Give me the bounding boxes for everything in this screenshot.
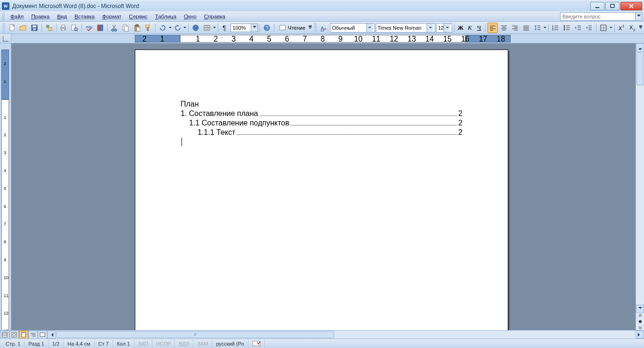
menu-window[interactable]: Окно [180,13,200,20]
format-painter-button[interactable] [143,23,153,33]
zoom-dropdown[interactable] [251,24,258,32]
save-button[interactable] [29,23,40,33]
copy-button[interactable] [121,23,131,33]
tab-selector[interactable] [0,34,11,43]
web-layout-button[interactable] [9,331,19,339]
toc-entry[interactable]: 1.1.1 Текст2 [181,128,462,137]
superscript-button[interactable]: X2 [617,23,627,33]
normal-view-button[interactable] [0,331,9,339]
document-page[interactable]: План 1. Составление плана21.1 Составлени… [135,50,508,330]
align-left-button[interactable] [487,23,498,33]
hscroll-thumb[interactable] [56,331,334,338]
decrease-indent-button[interactable] [573,23,583,33]
bullets-button[interactable] [561,23,572,33]
font-size-combo[interactable]: 12 [436,23,452,33]
toolbar-grip[interactable] [2,13,5,20]
menu-edit[interactable]: Правка [27,13,53,20]
browse-object-button[interactable] [636,319,644,324]
horizontal-scrollbar[interactable] [47,331,644,339]
toolbar-options[interactable] [638,23,643,33]
paste-button[interactable] [132,23,142,33]
print-button[interactable] [58,23,69,33]
vertical-scrollbar[interactable] [636,43,644,330]
status-pages[interactable]: 1/2 [49,340,64,348]
status-spellcheck-icon[interactable] [248,340,265,348]
status-page[interactable]: Стр. 1 [2,340,25,348]
menu-table[interactable]: Таблица [151,13,180,20]
status-rec[interactable]: ЗАП [134,340,153,348]
line-spacing-button[interactable] [532,23,543,33]
help-button[interactable]: ? [262,23,272,33]
toolbar-grip[interactable] [314,23,317,33]
align-right-button[interactable] [510,23,520,33]
status-col[interactable]: Кол 1 [113,340,134,348]
styles-button[interactable]: AA [319,23,329,33]
line-spacing-dropdown[interactable] [543,25,547,30]
status-ovr[interactable]: ЗАМ [193,340,212,348]
horizontal-ruler[interactable]: 21123456789101112131415161718 [11,34,644,43]
bold-button[interactable]: Ж [456,23,465,33]
next-page-button[interactable] [636,324,644,330]
scroll-down-button[interactable] [636,305,644,313]
menu-help[interactable]: Справка [200,13,229,20]
tables-borders-button[interactable] [202,23,212,33]
italic-button[interactable]: К [465,23,475,33]
research-button[interactable] [95,23,106,33]
new-doc-button[interactable] [7,23,17,33]
menu-insert[interactable]: Вставка [71,13,99,20]
subscript-button[interactable]: X2 [628,23,638,33]
print-layout-button[interactable] [19,331,28,339]
print-preview-button[interactable] [69,23,80,33]
numbering-button[interactable]: 123 [551,23,561,33]
menu-view[interactable]: Вид [53,13,71,20]
permission-button[interactable] [44,23,54,33]
toc-entry[interactable]: 1.1 Составление подпунктов2 [181,119,462,127]
borders-button[interactable] [598,23,609,33]
status-language[interactable]: русский (Ро [212,340,248,348]
menu-file[interactable]: Файл [7,13,27,20]
show-formatting-button[interactable]: ¶ [220,23,230,33]
minimize-button[interactable] [590,2,604,10]
underline-button[interactable]: Ч [474,23,484,33]
zoom-combo[interactable] [231,24,258,32]
redo-button[interactable] [173,23,183,33]
status-trk[interactable]: ИСПР [152,340,175,348]
status-section[interactable]: Разд 1 [25,340,48,348]
undo-button[interactable] [157,23,168,33]
menu-tools[interactable]: Сервис [125,13,151,20]
borders-dropdown[interactable] [609,25,613,30]
status-ext[interactable]: ВДЛ [175,340,193,348]
scroll-thumb[interactable] [636,52,644,85]
maximize-button[interactable] [605,2,619,10]
style-combo[interactable]: Обычный [330,23,375,33]
hyperlink-button[interactable] [190,23,201,33]
status-line[interactable]: Ст 7 [95,340,113,348]
vertical-ruler[interactable]: 2112345678910111213 [0,43,11,330]
outline-view-button[interactable] [28,331,38,339]
reading-layout-button[interactable] [38,331,47,339]
help-search-input[interactable] [560,12,636,21]
zoom-input[interactable] [231,24,251,32]
status-at[interactable]: На 4,4 см [64,340,95,348]
close-button[interactable] [620,2,642,10]
scroll-up-button[interactable] [636,43,644,52]
prev-page-button[interactable] [636,313,644,319]
scroll-left-button[interactable] [47,331,56,339]
toc-entry[interactable]: 1. Составление плана2 [181,109,462,118]
scroll-right-button[interactable] [636,331,644,339]
increase-indent-button[interactable] [584,23,594,33]
document-area[interactable]: План 1. Составление плана21.1 Составлени… [11,43,636,330]
toolbar-options[interactable] [308,23,313,33]
open-button[interactable] [18,23,29,33]
spelling-button[interactable]: ABC [84,23,94,33]
read-mode-button[interactable]: Чтение [276,23,308,33]
menu-format[interactable]: Формат [99,13,125,20]
align-center-button[interactable] [499,23,509,33]
help-search-dropdown[interactable] [636,12,642,21]
page-content[interactable]: План 1. Составление плана21.1 Составлени… [135,50,508,147]
help-search[interactable] [560,12,642,21]
redo-dropdown[interactable] [183,25,187,30]
undo-dropdown[interactable] [168,25,172,30]
toolbar-grip[interactable] [2,23,5,33]
tables-dropdown[interactable] [213,25,216,30]
